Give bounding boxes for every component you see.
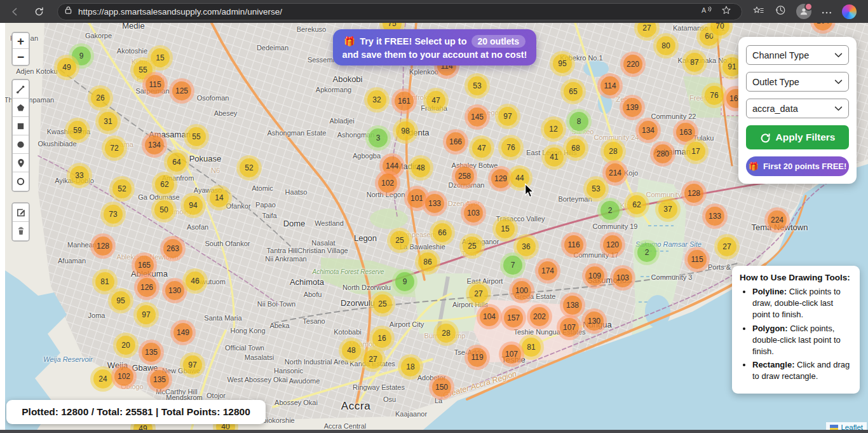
cluster-marker[interactable]: 26 — [88, 85, 113, 111]
cluster-marker[interactable]: 202 — [527, 304, 552, 329]
apply-filters-button[interactable]: Apply Filters — [746, 125, 849, 149]
cluster-marker[interactable]: 49 — [54, 55, 79, 80]
site-lock-icon[interactable] — [64, 6, 72, 17]
cluster-marker[interactable]: 47 — [423, 88, 449, 113]
cluster-marker[interactable]: 125 — [169, 78, 194, 104]
outlet-type-select[interactable]: Outlet Type — [746, 72, 849, 92]
cluster-marker[interactable]: 46 — [182, 268, 208, 294]
cluster-marker[interactable]: 52 — [236, 155, 262, 181]
cluster-marker[interactable]: 120 — [600, 232, 625, 258]
cluster-marker[interactable]: 98 — [393, 118, 418, 144]
back-button[interactable] — [5, 2, 24, 21]
cluster-marker[interactable]: 103 — [610, 265, 635, 291]
leaflet-link[interactable]: Leaflet — [841, 423, 863, 430]
cluster-marker[interactable]: 2 — [597, 198, 623, 223]
zoom-out-button[interactable]: − — [13, 49, 29, 65]
cluster-marker[interactable]: 12 — [541, 116, 566, 142]
cluster-marker[interactable]: 27 — [714, 234, 740, 259]
cluster-marker[interactable]: 20 — [113, 333, 139, 358]
settings-menu-icon[interactable] — [822, 6, 832, 17]
cluster-marker[interactable]: 102 — [375, 170, 400, 196]
cluster-marker[interactable]: 134 — [142, 132, 167, 158]
cluster-marker[interactable]: 95 — [550, 51, 575, 76]
free-points-button[interactable]: 🎁 First 20 points FREE! — [746, 156, 849, 176]
cluster-marker[interactable]: 94 — [180, 193, 206, 218]
draw-circlemarker-button[interactable] — [13, 172, 29, 191]
collections-icon[interactable] — [752, 5, 764, 18]
cluster-marker[interactable]: 53 — [465, 73, 490, 99]
cluster-marker[interactable]: 165 — [132, 252, 157, 278]
cluster-marker[interactable]: 263 — [160, 236, 186, 261]
cluster-marker[interactable]: 100 — [509, 278, 534, 303]
map-canvas[interactable]: MedieGakorpeKotemanBerekusoDedeimanSesse… — [5, 23, 868, 430]
cluster-marker[interactable]: 128 — [90, 233, 116, 259]
cluster-marker[interactable]: 7 — [500, 252, 526, 278]
favorite-star-icon[interactable] — [721, 5, 731, 18]
cluster-marker[interactable]: 53 — [583, 176, 609, 202]
cluster-marker[interactable]: 59 — [65, 118, 90, 143]
cluster-marker[interactable]: 174 — [535, 258, 560, 284]
address-bar[interactable]: A — [57, 3, 742, 20]
cluster-marker[interactable]: 72 — [102, 135, 127, 161]
cluster-marker[interactable]: 33 — [67, 163, 92, 188]
cluster-marker[interactable]: 258 — [452, 163, 477, 189]
cluster-marker[interactable]: 55 — [184, 124, 209, 149]
cluster-marker[interactable]: 128 — [681, 181, 707, 206]
cluster-marker[interactable]: 17 — [683, 139, 709, 164]
cluster-marker[interactable]: 47 — [469, 135, 494, 161]
cluster-marker[interactable]: 150 — [429, 375, 454, 400]
cluster-marker[interactable]: 62 — [152, 172, 177, 197]
cluster-marker[interactable]: 25 — [387, 228, 412, 253]
cluster-marker[interactable]: 14 — [207, 185, 232, 210]
cluster-marker[interactable]: 157 — [501, 305, 526, 331]
cluster-marker[interactable]: 135 — [147, 367, 172, 392]
cluster-marker[interactable]: 25 — [459, 233, 485, 259]
cluster-marker[interactable]: 73 — [100, 202, 126, 227]
cluster-marker[interactable]: 32 — [364, 87, 390, 113]
dataset-select[interactable]: accra_data — [746, 99, 849, 118]
cluster-marker[interactable]: 97 — [495, 104, 520, 129]
draw-circle-button[interactable] — [13, 135, 29, 154]
channel-type-select[interactable]: Channel Type — [746, 45, 849, 65]
draw-polygon-button[interactable] — [13, 99, 29, 117]
cluster-marker[interactable]: 27 — [466, 281, 491, 306]
cluster-marker[interactable]: 95 — [108, 288, 133, 313]
cluster-marker[interactable]: 31 — [95, 109, 121, 134]
cluster-marker[interactable]: 52 — [109, 176, 135, 202]
draw-polyline-button[interactable] — [13, 80, 29, 99]
cluster-marker[interactable]: 87 — [682, 50, 707, 75]
cluster-marker[interactable]: 18 — [398, 354, 423, 380]
cluster-marker[interactable]: 27 — [360, 347, 386, 372]
cluster-marker[interactable]: 161 — [391, 88, 417, 114]
cluster-marker[interactable]: 139 — [620, 95, 645, 120]
cluster-marker[interactable]: 9 — [392, 269, 417, 294]
cluster-marker[interactable]: 115 — [142, 72, 168, 97]
cluster-marker[interactable]: 138 — [560, 292, 585, 318]
cluster-marker[interactable]: 126 — [134, 275, 159, 300]
cluster-marker[interactable]: 119 — [465, 345, 490, 370]
cluster-marker[interactable]: 224 — [764, 207, 790, 233]
delete-layers-button[interactable] — [13, 222, 29, 240]
cluster-marker[interactable]: 62 — [624, 192, 649, 217]
cluster-marker[interactable]: 80 — [653, 33, 679, 58]
cluster-marker[interactable]: 28 — [433, 320, 459, 346]
cluster-marker[interactable]: 48 — [408, 155, 433, 181]
cluster-marker[interactable]: 37 — [655, 196, 681, 222]
cluster-marker[interactable]: 65 — [560, 79, 586, 104]
cluster-marker[interactable]: 107 — [557, 315, 582, 340]
cluster-marker[interactable]: 8 — [566, 109, 592, 134]
cluster-marker[interactable]: 135 — [139, 340, 164, 365]
cluster-marker[interactable]: 50 — [151, 197, 177, 223]
read-aloud-icon[interactable]: A — [701, 6, 712, 18]
cluster-marker[interactable]: 97 — [180, 352, 205, 378]
copilot-icon[interactable] — [842, 4, 857, 19]
cluster-marker[interactable]: 2 — [634, 240, 660, 265]
cluster-marker[interactable]: 116 — [561, 232, 587, 258]
cluster-marker[interactable]: 149 — [170, 320, 196, 345]
cluster-marker[interactable]: 66 — [430, 220, 455, 245]
cluster-marker[interactable]: 68 — [563, 135, 588, 161]
cluster-marker[interactable]: 115 — [684, 247, 710, 272]
history-icon[interactable] — [775, 4, 786, 18]
cluster-marker[interactable]: 103 — [461, 200, 486, 226]
cluster-marker[interactable]: 133 — [422, 191, 447, 216]
